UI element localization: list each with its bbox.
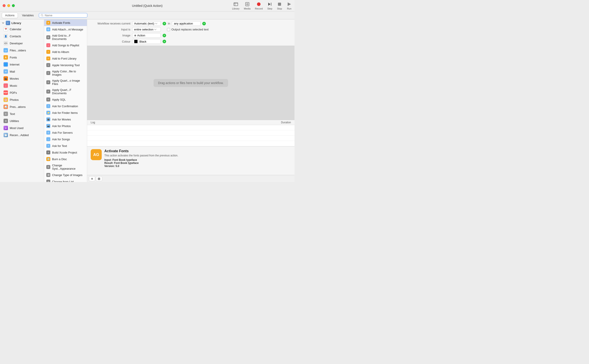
action-icon-18: X [46,150,50,154]
action-item-12[interactable]: 📁 Ask for Finder Items [44,110,87,116]
sidebar-group-library[interactable]: ≡ Library [0,20,44,26]
close-button[interactable] [3,4,6,7]
tab-variables[interactable]: Variables [19,13,37,18]
sidebar-item-most-used[interactable]: ★ Most Used [1,125,43,131]
main-layout: ≡ Library 📅 Calendar 👤 Contacts </> Deve… [0,20,295,182]
action-item-6[interactable]: V Apple Versioning Tool [44,62,87,68]
receives-label: Workflow receives current [91,22,130,25]
action-item-21[interactable]: 🖼 Change Type of Images [44,172,87,178]
svg-rect-0 [234,3,238,6]
list-view-button[interactable]: ≡ [89,176,95,181]
workflow-drop-area: Drag actions or files here to build your… [87,46,295,120]
in-select[interactable]: any application [172,21,201,26]
in-value: any application [174,22,193,25]
record-button[interactable]: Record [255,1,263,10]
search-box[interactable] [39,13,87,18]
action-item-17[interactable]: T Ask for Text [44,143,87,149]
stop-button[interactable]: Stop [277,1,282,10]
action-info-icon: AG [91,149,102,160]
sidebar-item-text[interactable]: ✕ Text [1,110,43,117]
run-button[interactable]: Run [287,1,292,10]
presentations-icon: 📊 [4,104,8,109]
action-item-9[interactable]: ✕ Apply Quart...F Documents [44,87,87,96]
action-item-8[interactable]: ✕ Apply Quart...o Image Files [44,78,87,87]
mail-icon: ✉ [4,69,8,74]
action-icon-17: T [46,144,50,148]
action-item-22[interactable]: ≡ Choose from List [44,178,87,182]
sidebar-item-mail[interactable]: ✉ Mail [1,68,43,75]
action-icon-16: ♪ [46,137,50,141]
sidebar-item-utilities[interactable]: ⚙ Utilities [1,117,43,124]
action-item-0[interactable]: A Activate Fonts [44,20,87,26]
receives-select[interactable]: Automatic (text) [132,21,161,26]
bottom-panel: AG Activate Fonts This action activates … [87,146,295,175]
chevron-icon [155,23,157,24]
sidebar-item-developer[interactable]: </> Developer [1,40,43,46]
music-icon: ♪ [4,83,8,88]
step-button[interactable]: Step [267,1,272,10]
grid-view-button[interactable]: ⊞ [96,176,102,181]
action-item-4[interactable]: + Add to Album [44,49,87,55]
media-icon [245,1,250,7]
action-item-20[interactable]: ⚙ Change Syst...Appearance [44,162,87,172]
image-select[interactable]: Action [132,33,161,38]
contacts-icon: 👤 [4,34,8,38]
output-replaces-row: Output replaces selected text [167,28,208,31]
action-item-18[interactable]: X Build Xcode Project [44,149,87,156]
tab-actions[interactable]: Actions [2,13,18,18]
image-green-dot: + [162,34,166,37]
action-item-3[interactable]: ♪ Add Songs to Playlist [44,42,87,49]
movies-icon: 🎬 [4,76,8,81]
traffic-lights [3,4,15,7]
sidebar-item-photos[interactable]: 🌸 Photos [1,96,43,103]
action-info-content: Activate Fonts This action activates the… [104,149,291,172]
input-label: Input: [104,158,112,162]
action-icon-13: 🎬 [46,117,50,121]
action-icon-19: 💿 [46,157,50,161]
colour-select[interactable]: Black [132,39,161,44]
in-label: in [168,22,170,25]
action-icon-20: ⚙ [46,165,50,169]
search-input[interactable] [45,14,85,17]
action-item-11[interactable]: ? Ask for Confirmation [44,103,87,110]
action-item-15[interactable]: S Ask For Servers [44,129,87,136]
action-item-13[interactable]: 🎬 Ask for Movies [44,116,87,123]
image-value: Action [137,34,145,37]
action-item-2[interactable]: ⊞ Add Grid to...F Documents [44,33,87,42]
output-replaces-checkbox[interactable] [167,28,170,31]
workflow-receives-row: Workflow receives current Automatic (tex… [91,21,291,26]
receives-green-dot: + [162,22,166,25]
action-image-icon [134,34,136,37]
action-item-1[interactable]: @ Add Attach...nt Message [44,26,87,33]
action-item-10[interactable]: ✕ Apply SQL [44,96,87,103]
input-is-select[interactable]: entire selection [132,27,161,32]
sidebar-item-recent-added[interactable]: 🕐 Recen...Added [1,132,43,138]
media-button[interactable]: Media [244,1,251,10]
action-icon-21: 🖼 [46,173,50,177]
minimize-button[interactable] [7,4,10,7]
action-item-5[interactable]: A Add to Font Library [44,55,87,62]
sidebar-item-files[interactable]: 🗂 Files...olders [1,47,43,54]
action-item-7[interactable]: ✕ Apply Color...file to Images [44,68,87,78]
chevron-down-icon [2,22,4,24]
library-button[interactable]: Library [232,1,239,10]
action-item-16[interactable]: ♪ Ask for Songs [44,136,87,143]
action-icon-5: A [46,57,50,60]
sidebar-item-internet[interactable]: 🌐 Internet [1,61,43,68]
sidebar-item-music[interactable]: ♪ Music [1,82,43,89]
sidebar-item-fonts[interactable]: A Fonts [1,54,43,61]
sidebar-item-calendar[interactable]: 📅 Calendar [1,26,43,32]
svg-point-13 [134,35,136,36]
text-icon: ✕ [4,112,8,116]
window-title: Untitled (Quick Action) [132,4,162,7]
sidebar-item-pdfs[interactable]: PDF PDFs [1,89,43,96]
action-item-19[interactable]: 💿 Burn a Disc [44,156,87,162]
sidebar-item-contacts[interactable]: 👤 Contacts [1,33,43,39]
toolbar: Library Media Record [232,1,292,10]
zoom-button[interactable] [12,4,15,7]
action-item-14[interactable]: 📷 Ask for Photos [44,123,87,129]
action-icon-2: ⊞ [46,35,50,39]
sidebar-item-presentations[interactable]: 📊 Pres...ations [1,104,43,110]
sidebar-item-movies[interactable]: 🎬 Movies [1,75,43,82]
svg-point-11 [41,14,43,16]
